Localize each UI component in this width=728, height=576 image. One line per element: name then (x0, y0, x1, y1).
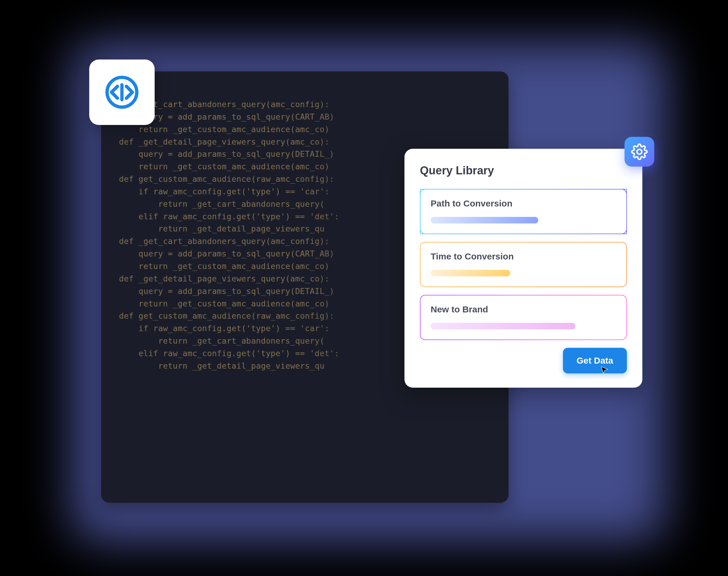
query-item-new-to-brand[interactable]: New to Brand (420, 295, 627, 340)
code-line: query = add_params_to_sql_query(CART_AB) (119, 111, 491, 123)
query-item-time-to-conversion[interactable]: Time to Conversion (420, 242, 627, 287)
query-library-title: Query Library (420, 164, 494, 177)
query-item-path-to-conversion[interactable]: Path to Conversion (420, 189, 627, 234)
code-line: def _get_detail_page_viewers_query(amc_c… (119, 136, 491, 148)
code-icon-badge (89, 59, 155, 125)
code-icon (104, 75, 140, 110)
settings-button[interactable] (625, 137, 654, 167)
query-item-label: Time to Conversion (431, 251, 616, 261)
query-library-card: Query Library Path to Conversion Time to… (404, 149, 642, 388)
progress-bar (431, 270, 510, 277)
query-item-label: Path to Conversion (431, 198, 616, 208)
query-header: Query Library (420, 164, 627, 177)
query-item-label: New to Brand (431, 305, 616, 315)
stage: def _get_cart_abandoners_query(amc_confi… (89, 59, 648, 524)
progress-bar (431, 217, 538, 224)
cursor-icon (600, 365, 609, 376)
progress-bar (431, 323, 575, 329)
get-data-button[interactable]: Get Data (563, 348, 627, 373)
gear-icon (631, 143, 648, 160)
code-line: def _get_cart_abandoners_query(amc_confi… (119, 98, 491, 111)
code-line: return _get_custom_amc_audience(amc_co) (119, 123, 491, 136)
